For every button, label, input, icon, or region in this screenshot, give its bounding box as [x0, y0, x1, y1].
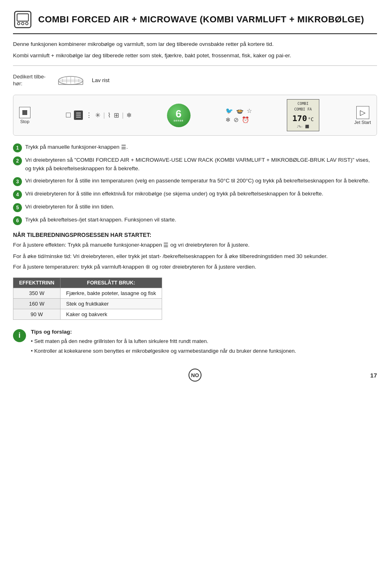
- page-header: COMBI FORCED AIR + MICROWAVE (KOMBI VARM…: [13, 10, 377, 34]
- table-header-col1: EFFEKTTRINN: [13, 278, 61, 288]
- display-icons-bottom: ♪%☆: [297, 124, 303, 129]
- step-5: 5 Vri dreiebryteren for å stille inn tid…: [13, 203, 377, 212]
- table-row: 350 WFjærkre, bakte poteter, lasagne og …: [13, 288, 162, 298]
- dial-subtitle: sense: [173, 119, 184, 122]
- divider: [13, 65, 377, 66]
- effect-table: EFFEKTTRINN FORESLÅTT BRUK: 350 WFjærkre…: [13, 278, 162, 320]
- lang-label: NO: [191, 372, 199, 378]
- svg-rect-16: [22, 110, 27, 115]
- table-cell-use: Stek og fruktkaker: [60, 298, 162, 309]
- adjust-line1: For å justere effekten: Trykk på manuell…: [13, 241, 377, 250]
- step-6: 6 Trykk på bekreftelses-/jet start-knapp…: [13, 216, 377, 225]
- after-start-heading: NÅR TILBEREDNINGSPROSESSEN HAR STARTET:: [13, 232, 377, 238]
- step-1: 1 Trykk på manuelle funksjoner-knappen ☰…: [13, 143, 377, 152]
- table-cell-watt: 90 W: [13, 309, 61, 319]
- steps-section: 1 Trykk på manuelle funksjoner-knappen ☰…: [13, 143, 377, 225]
- dial-circle[interactable]: 6 sense: [167, 104, 191, 127]
- accessory-row: Dedikert tilbe-hør: Lav rist: [13, 72, 377, 89]
- table-cell-watt: 350 W: [13, 288, 61, 298]
- adjust-line2: For å øke tid/minske tid: Vri dreiebryte…: [13, 252, 377, 261]
- lang-circle: NO: [188, 369, 202, 382]
- step-text-6: Trykk på bekreftelses-/jet start-knappen…: [25, 216, 377, 224]
- step-num-2: 2: [13, 156, 22, 165]
- right-icons-row2: ❄ ⊘ ⏰: [225, 116, 252, 124]
- step-text-2: Vri dreiebryteren så "COMBI FORCED AIR +…: [25, 156, 377, 173]
- accessory-name: Lav rist: [92, 77, 110, 83]
- jet-start-label: Jet Start: [354, 120, 371, 125]
- display-line2: COMBI FA: [290, 107, 316, 113]
- page-title: COMBI FORCED AIR + MICROWAVE (KOMBI VARM…: [38, 14, 364, 25]
- intro-line2: Kombi varmluft + mikrobølge lar deg tilb…: [13, 51, 377, 60]
- mode-icon-rect: ☐: [65, 111, 71, 119]
- page-footer: NO 17: [13, 369, 377, 382]
- step-num-1: 1: [13, 143, 22, 152]
- mode-icon-fan: ❄: [126, 111, 132, 119]
- step-num-5: 5: [13, 203, 22, 212]
- separator2: |: [122, 112, 124, 119]
- mode-icon-menu[interactable]: ☰: [74, 111, 83, 120]
- table-cell-use: Kaker og bakverk: [60, 309, 162, 319]
- separator1: |: [103, 112, 105, 119]
- display-bottom: ♪%☆ ⬛: [290, 124, 316, 129]
- svg-point-3: [22, 22, 24, 25]
- table-header-col2: FORESLÅTT BRUK:: [60, 278, 162, 288]
- jet-start-button[interactable]: ▷: [356, 106, 369, 119]
- dial-number: 6: [176, 108, 181, 119]
- stop-button-icon[interactable]: [19, 107, 30, 118]
- jet-start-area: ▷ Jet Start: [354, 106, 371, 125]
- mode-icons: ☐ ☰ ⋮ ✳ | ⌇ ⊞ | ❄: [65, 111, 132, 120]
- icon-star: ☆: [247, 107, 252, 115]
- step-2: 2 Vri dreiebryteren så "COMBI FORCED AIR…: [13, 156, 377, 173]
- icon-circle: ⊘: [234, 116, 239, 124]
- table-cell-use: Fjærkre, bakte poteter, lasagne og fisk: [60, 288, 162, 298]
- tips-bullets-container: Sett maten på den nedre grillristen for …: [31, 337, 377, 356]
- step-num-6: 6: [13, 216, 22, 225]
- oven-header-icon: [13, 10, 32, 29]
- icon-bird: 🐦: [225, 107, 233, 115]
- icon-clock: ⏰: [242, 116, 249, 124]
- icon-pot: 🍲: [236, 107, 244, 115]
- tips-bullet-item: Sett maten på den nedre grillristen for …: [31, 337, 377, 346]
- svg-rect-1: [17, 14, 28, 21]
- tips-title: Tips og forslag:: [31, 329, 377, 335]
- step-text-3: Vri dreiebryteren for å stille inn tempe…: [25, 177, 377, 185]
- page-number: 17: [370, 372, 377, 379]
- svg-point-4: [26, 22, 28, 25]
- dial-area: 6 sense: [167, 104, 191, 127]
- step-num-3: 3: [13, 177, 22, 186]
- panel-display: COMBI COMBI FA 170 °C ♪%☆ ⬛: [287, 99, 319, 131]
- rack-icon: [57, 72, 84, 89]
- mode-icon-bars: ⋮: [86, 111, 92, 119]
- table-row: 90 WKaker og bakverk: [13, 309, 162, 319]
- tips-content: Tips og forslag: Sett maten på den nedre…: [31, 329, 377, 357]
- table-row: 160 WStek og fruktkaker: [13, 298, 162, 309]
- control-panel: Stop ☐ ☰ ⋮ ✳ | ⌇ ⊞ | ❄ 6 sense 🐦 🍲 ☆ ❄ ⊘…: [13, 95, 377, 136]
- step-text-5: Vri dreiebryteren for å stille inn tiden…: [25, 203, 377, 211]
- step-text-4: Vrii dreiebryteren for å stille inn effe…: [25, 190, 377, 198]
- tips-icon: i: [13, 329, 26, 342]
- intro-line1: Denne funksjonen kombinerer mikrobølge o…: [13, 40, 377, 49]
- display-icon-box: ⬛: [305, 124, 309, 129]
- display-temp: 170: [292, 112, 307, 124]
- fan-icon-adjust: ❊: [145, 264, 150, 270]
- right-icons: 🐦 🍲 ☆ ❄ ⊘ ⏰: [225, 107, 252, 124]
- after-start-section: NÅR TILBEREDNINGSPROSESSEN HAR STARTET: …: [13, 232, 377, 272]
- menu-icon-adjust: ☰: [163, 242, 169, 248]
- table-cell-watt: 160 W: [13, 298, 61, 309]
- accessory-label: Dedikert tilbe-hør:: [13, 74, 50, 87]
- step-4: 4 Vrii dreiebryteren for å stille inn ef…: [13, 190, 377, 199]
- stop-button-area: Stop: [19, 107, 30, 124]
- step-num-4: 4: [13, 190, 22, 199]
- menu-icon-step1: ☰: [121, 144, 126, 150]
- stop-label: Stop: [20, 119, 30, 124]
- svg-point-2: [17, 22, 20, 25]
- step-text-1: Trykk på manuelle funksjoner-knappen ☰.: [25, 143, 377, 152]
- step-3: 3 Vri dreiebryteren for å stille inn tem…: [13, 177, 377, 186]
- icon-snowflake: ❄: [225, 116, 231, 124]
- display-line1: COMBI: [290, 101, 316, 107]
- tips-bullet-item: Kontroller at kokekarene som benyttes er…: [31, 347, 377, 356]
- mode-icon-snow: ✳: [95, 111, 100, 119]
- adjust-line3: For å justere temperaturen: trykk på var…: [13, 263, 377, 272]
- tips-section: i Tips og forslag: Sett maten på den ned…: [13, 329, 377, 357]
- right-icons-row1: 🐦 🍲 ☆: [225, 107, 252, 115]
